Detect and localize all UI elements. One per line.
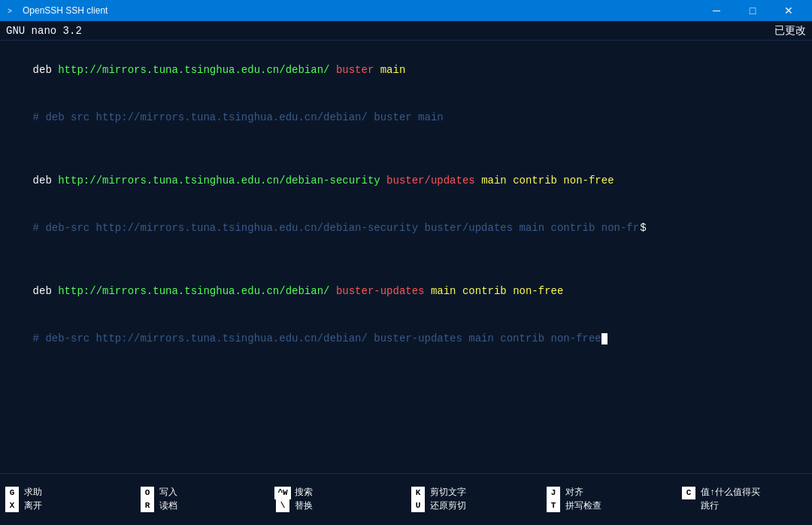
shortcut-search[interactable]: ^W \ 搜索替换: [271, 477, 406, 522]
key-w: ^W: [274, 487, 290, 499]
key-x: X: [5, 499, 19, 512]
shortcut-label-help: 求助离开: [24, 486, 42, 513]
window-title: OpenSSH SSH client: [23, 5, 108, 16]
editor-line-7: deb http://mirrors.tuna.tsinghua.edu.cn/…: [8, 268, 804, 315]
shortcut-label-misc: 值↑什么值得买跳行: [701, 486, 760, 513]
shortcut-bar: G X 求助离开 O R 写入读档 ^W \ 搜索替换 K U 剪切文字还原: [0, 474, 812, 525]
shortcut-label-search: 搜索替换: [295, 486, 313, 513]
text-comment1: # deb src http://mirrors.tuna.tsinghua.e…: [33, 111, 444, 123]
text-main3: main contrib non-free: [425, 285, 564, 297]
editor-line-2: # deb src http://mirrors.tuna.tsinghua.e…: [8, 94, 804, 141]
shortcut-keys-search: ^W \: [274, 487, 292, 513]
shortcut-cut[interactable]: K U 剪切文字还原剪切: [406, 477, 541, 522]
nano-header: GNU nano 3.2 /etc/apt/sources.list 已更改: [0, 21, 812, 41]
editor-line-8: # deb-src http://mirrors.tuna.tsinghua.e…: [8, 315, 804, 363]
text-comment2: # deb-src http://mirrors.tuna.tsinghua.e…: [33, 222, 640, 234]
close-button[interactable]: ✕: [771, 0, 806, 21]
shortcut-keys-write: O R: [138, 487, 156, 513]
shortcut-keys-help: G X: [3, 487, 21, 513]
text-comment3: # deb-src http://mirrors.tuna.tsinghua.e…: [33, 332, 601, 344]
key-backslash: \: [276, 499, 289, 512]
shortcut-label-cut: 剪切文字还原剪切: [430, 486, 466, 513]
shortcut-help[interactable]: G X 求助离开: [0, 477, 135, 522]
shortcut-label-write: 写入读档: [159, 486, 177, 513]
key-k: K: [411, 487, 425, 499]
text-url1: http://mirrors.tuna.tsinghua.edu.cn/debi…: [58, 64, 329, 76]
text-main2: main contrib non-free: [475, 174, 614, 187]
dollar-sign: $: [640, 222, 646, 234]
editor-line-6: [8, 252, 804, 268]
key-c: C: [682, 487, 695, 499]
text-url2: http://mirrors.tuna.tsinghua.edu.cn/debi…: [58, 174, 380, 187]
key-u: U: [411, 499, 425, 512]
key-j: J: [547, 487, 560, 499]
editor-line-4: deb http://mirrors.tuna.tsinghua.edu.cn/…: [8, 157, 804, 205]
shortcut-keys-cut: K U: [409, 487, 427, 513]
shortcut-keys-misc: C -: [680, 487, 698, 513]
key-r: R: [141, 499, 154, 512]
text-deb2: deb: [33, 174, 59, 187]
text-buster2: buster/updates: [380, 174, 475, 187]
svg-text:>: >: [8, 8, 12, 16]
editor-area[interactable]: deb http://mirrors.tuna.tsinghua.edu.cn/…: [0, 41, 812, 473]
titlebar: > OpenSSH SSH client ─ □ ✕: [0, 0, 812, 21]
key-g: G: [5, 487, 19, 499]
text-main1: main: [374, 64, 405, 76]
shortcut-justify[interactable]: J T 对齐拼写检查: [541, 477, 677, 522]
minimize-button[interactable]: ─: [699, 0, 734, 21]
nano-version: GNU nano 3.2: [6, 25, 82, 37]
text-deb3: deb: [33, 285, 59, 297]
editor-line-5: # deb-src http://mirrors.tuna.tsinghua.e…: [8, 205, 804, 252]
nano-modified: 已更改: [774, 24, 806, 38]
shortcut-label-justify: 对齐拼写检查: [565, 486, 601, 513]
text-buster1: buster: [329, 64, 374, 76]
nano-footer: G X 求助离开 O R 写入读档 ^W \ 搜索替换 K U 剪切文字还原: [0, 473, 812, 525]
editor-line-1: deb http://mirrors.tuna.tsinghua.edu.cn/…: [8, 47, 804, 94]
text-cursor: [601, 333, 607, 344]
key-o: O: [141, 487, 154, 499]
text-url3: http://mirrors.tuna.tsinghua.edu.cn/debi…: [58, 285, 329, 297]
shortcut-write[interactable]: O R 写入读档: [135, 477, 271, 522]
window-controls: ─ □ ✕: [699, 0, 806, 21]
titlebar-left: > OpenSSH SSH client: [6, 5, 108, 17]
app-icon: >: [6, 5, 18, 17]
key-t: T: [547, 499, 560, 512]
text-buster3: buster-updates: [329, 285, 424, 297]
text-deb1: deb: [33, 64, 59, 76]
maximize-button[interactable]: □: [735, 0, 770, 21]
editor-line-3: [8, 141, 804, 157]
shortcut-keys-justify: J T: [544, 487, 562, 513]
shortcut-misc[interactable]: C - 值↑什么值得买跳行: [677, 477, 812, 522]
